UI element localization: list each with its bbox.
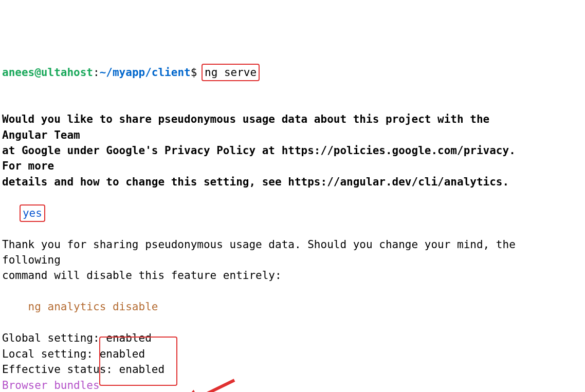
setting-effective-label: Effective statu xyxy=(2,363,100,376)
setting-effective: Effective status: enabled xyxy=(2,363,164,376)
question-line-5: details and how to change this setting, … xyxy=(2,176,509,188)
disable-command-hint: ng analytics disable xyxy=(2,301,158,313)
setting-global-label: Global setting: xyxy=(2,332,100,344)
prompt-path: ~/myapp/client xyxy=(100,66,191,79)
setting-global: Global setting: enabled xyxy=(2,332,152,344)
answer-yes: yes xyxy=(23,207,42,219)
command-highlight-box: ng serve xyxy=(202,64,260,81)
answer-highlight-box: yes xyxy=(20,204,45,222)
prompt-line[interactable]: anees@ultahost:~/myapp/client$ ng serve xyxy=(2,66,258,79)
setting-local-val: enabled xyxy=(100,348,145,360)
thankyou-line-2: following xyxy=(2,254,61,266)
question-line-2: Angular Team xyxy=(2,129,80,141)
bundles-heading: Browser bundles xyxy=(2,379,100,391)
arrow-icon xyxy=(183,375,240,392)
setting-local-label: Local setting: xyxy=(2,348,100,360)
terminal-output: anees@ultahost:~/myapp/client$ ng serve … xyxy=(2,65,583,392)
setting-effective-mid: s: xyxy=(100,363,119,376)
setting-local: Local setting: enabled xyxy=(2,348,145,360)
thankyou-line-3: command will disable this feature entire… xyxy=(2,269,282,282)
entered-command: ng serve xyxy=(205,66,257,79)
question-line-3: at Google under Google's Privacy Policy … xyxy=(2,144,516,157)
prompt-user: anees@ultahost xyxy=(2,66,93,79)
prompt-sep1: : xyxy=(93,66,100,79)
thankyou-line-1: Thank you for sharing pseudonymous usage… xyxy=(2,238,516,251)
question-line-4: For more xyxy=(2,160,54,172)
setting-effective-val: enabled xyxy=(119,363,165,376)
setting-global-val: enabled xyxy=(100,332,152,344)
svg-line-0 xyxy=(192,380,234,392)
question-line-1: Would you like to share pseudonymous usa… xyxy=(2,113,489,125)
